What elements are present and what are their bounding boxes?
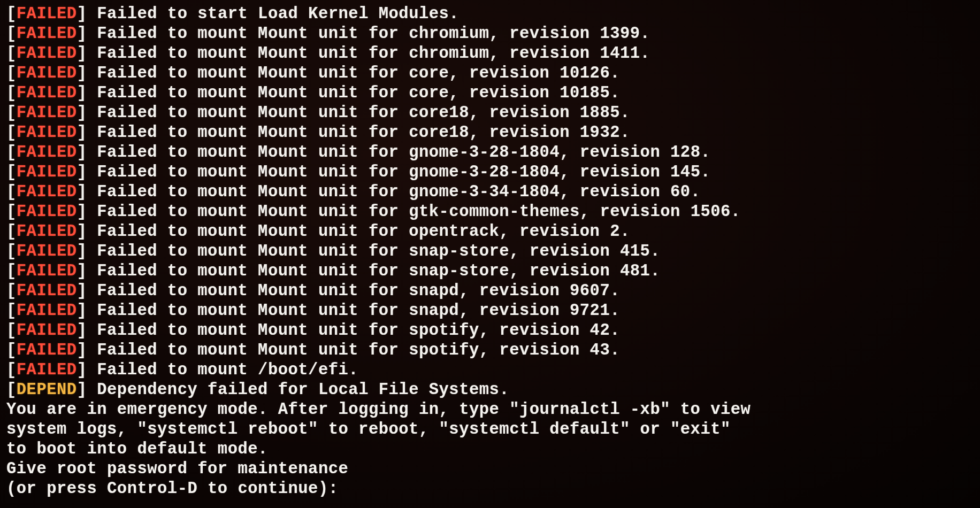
status-message: Failed to mount Mount unit for snapd, re…: [97, 302, 620, 320]
status-line: [FAILED] Failed to mount Mount unit for …: [6, 341, 974, 360]
close-bracket: ]: [77, 143, 97, 161]
close-bracket: ]: [77, 84, 97, 102]
status-message: Failed to mount Mount unit for gnome-3-2…: [97, 143, 710, 161]
close-bracket: ]: [77, 282, 97, 300]
close-bracket: ]: [77, 381, 97, 399]
continue-hint[interactable]: (or press Control-D to continue):: [6, 479, 974, 499]
password-prompt: Give root password for maintenance: [6, 459, 974, 479]
open-bracket: [: [6, 361, 17, 379]
status-failed: FAILED: [17, 5, 77, 23]
status-failed: FAILED: [17, 262, 77, 280]
open-bracket: [: [6, 5, 17, 23]
status-line: [DEPEND] Dependency failed for Local Fil…: [6, 380, 974, 400]
status-message: Failed to mount Mount unit for snap-stor…: [97, 262, 660, 280]
status-message: Failed to mount Mount unit for snap-stor…: [97, 242, 660, 260]
close-bracket: ]: [77, 5, 97, 23]
open-bracket: [: [6, 143, 17, 161]
status-line: [FAILED] Failed to mount Mount unit for …: [6, 64, 974, 83]
status-message: Failed to mount Mount unit for opentrack…: [97, 222, 630, 241]
boot-terminal: [FAILED] Failed to start Load Kernel Mod…: [0, 0, 980, 503]
open-bracket: [: [6, 64, 17, 82]
open-bracket: [: [6, 222, 17, 241]
open-bracket: [: [6, 302, 17, 320]
status-message: Failed to mount Mount unit for gtk-commo…: [97, 203, 740, 221]
status-line: [FAILED] Failed to mount Mount unit for …: [6, 182, 974, 202]
close-bracket: ]: [77, 124, 97, 142]
status-message: Failed to mount Mount unit for snapd, re…: [97, 282, 620, 300]
close-bracket: ]: [77, 242, 97, 260]
status-failed: FAILED: [17, 282, 77, 300]
status-failed: FAILED: [17, 361, 77, 379]
status-line: [FAILED] Failed to mount Mount unit for …: [6, 202, 974, 222]
status-message: Failed to mount Mount unit for gnome-3-2…: [97, 163, 710, 181]
status-message: Failed to mount Mount unit for chromium,…: [97, 25, 650, 43]
status-message: Failed to mount Mount unit for spotify, …: [97, 321, 620, 340]
close-bracket: ]: [77, 262, 97, 280]
close-bracket: ]: [77, 222, 97, 241]
status-failed: FAILED: [17, 25, 77, 43]
status-failed: FAILED: [17, 44, 77, 63]
close-bracket: ]: [77, 44, 97, 63]
status-line: [FAILED] Failed to mount Mount unit for …: [6, 261, 974, 281]
status-failed: FAILED: [17, 222, 77, 241]
close-bracket: ]: [77, 341, 97, 359]
status-message: Failed to mount Mount unit for core18, r…: [97, 124, 630, 142]
close-bracket: ]: [77, 361, 97, 379]
close-bracket: ]: [77, 203, 97, 221]
status-line: [FAILED] Failed to mount Mount unit for …: [6, 321, 974, 341]
status-line: [FAILED] Failed to mount /boot/efi.: [6, 360, 974, 380]
status-depend: DEPEND: [17, 381, 77, 399]
status-failed: FAILED: [17, 183, 77, 201]
status-message: Failed to mount Mount unit for core18, r…: [97, 104, 630, 122]
close-bracket: ]: [77, 64, 97, 82]
close-bracket: ]: [77, 302, 97, 320]
status-failed: FAILED: [17, 143, 77, 161]
status-line: [FAILED] Failed to mount Mount unit for …: [6, 103, 974, 123]
status-failed: FAILED: [17, 242, 77, 260]
status-line: [FAILED] Failed to mount Mount unit for …: [6, 44, 974, 64]
status-failed: FAILED: [17, 124, 77, 142]
status-line: [FAILED] Failed to mount Mount unit for …: [6, 242, 974, 261]
status-failed: FAILED: [17, 302, 77, 320]
status-line: [FAILED] Failed to mount Mount unit for …: [6, 301, 974, 321]
emergency-text: system logs, "systemctl reboot" to reboo…: [6, 420, 974, 440]
status-line: [FAILED] Failed to mount Mount unit for …: [6, 143, 974, 163]
status-message: Failed to mount /boot/efi.: [97, 361, 358, 379]
open-bracket: [: [6, 44, 17, 63]
status-failed: FAILED: [17, 64, 77, 82]
status-line: [FAILED] Failed to mount Mount unit for …: [6, 123, 974, 143]
status-message: Failed to mount Mount unit for core, rev…: [97, 84, 620, 102]
open-bracket: [: [6, 163, 17, 181]
status-message: Dependency failed for Local File Systems…: [97, 381, 509, 399]
status-message: Failed to mount Mount unit for spotify, …: [97, 341, 620, 359]
close-bracket: ]: [77, 25, 97, 43]
open-bracket: [: [6, 25, 17, 43]
status-line: [FAILED] Failed to mount Mount unit for …: [6, 163, 974, 182]
close-bracket: ]: [77, 183, 97, 201]
open-bracket: [: [6, 183, 17, 201]
status-failed: FAILED: [17, 163, 77, 181]
close-bracket: ]: [77, 321, 97, 340]
close-bracket: ]: [77, 104, 97, 122]
status-failed: FAILED: [17, 104, 77, 122]
close-bracket: ]: [77, 163, 97, 181]
open-bracket: [: [6, 104, 17, 122]
status-message: Failed to mount Mount unit for chromium,…: [97, 44, 650, 63]
status-failed: FAILED: [17, 341, 77, 359]
open-bracket: [: [6, 242, 17, 260]
open-bracket: [: [6, 124, 17, 142]
status-line: [FAILED] Failed to mount Mount unit for …: [6, 222, 974, 242]
open-bracket: [: [6, 321, 17, 340]
open-bracket: [: [6, 84, 17, 102]
open-bracket: [: [6, 203, 17, 221]
status-line: [FAILED] Failed to mount Mount unit for …: [6, 281, 974, 301]
open-bracket: [: [6, 282, 17, 300]
status-failed: FAILED: [17, 84, 77, 102]
status-message: Failed to start Load Kernel Modules.: [97, 5, 459, 23]
status-message: Failed to mount Mount unit for core, rev…: [97, 64, 620, 82]
emergency-text: You are in emergency mode. After logging…: [6, 400, 974, 420]
status-line: [FAILED] Failed to mount Mount unit for …: [6, 24, 974, 44]
status-line: [FAILED] Failed to start Load Kernel Mod…: [6, 4, 974, 24]
open-bracket: [: [6, 341, 17, 359]
emergency-text: to boot into default mode.: [6, 440, 974, 459]
